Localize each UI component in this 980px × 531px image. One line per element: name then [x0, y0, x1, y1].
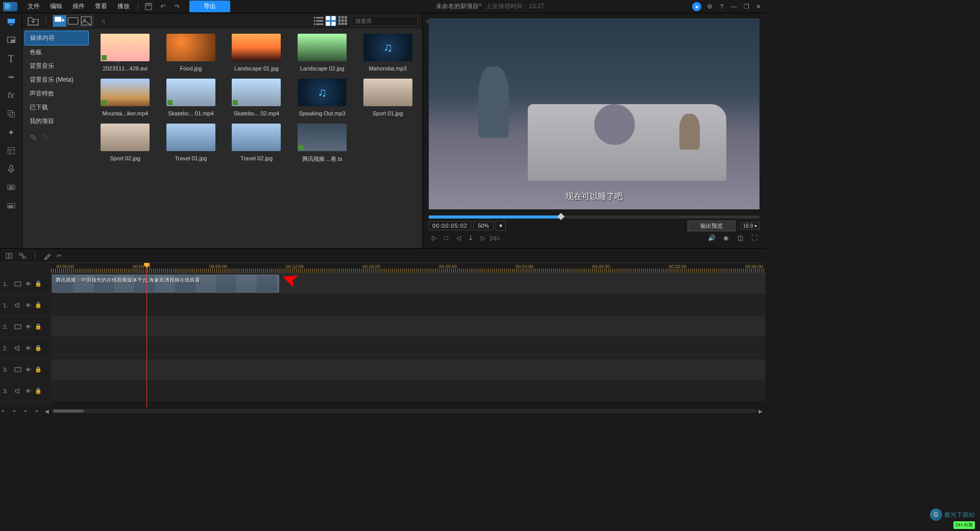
timeline-track[interactable] [51, 359, 766, 380]
template-icon[interactable] [6, 145, 17, 156]
next-frame-icon[interactable]: ▷ [478, 233, 488, 243]
media-thumbnail[interactable]: Mountai...iker.mp4 [98, 79, 153, 116]
timeline-tracks[interactable]: 00:00:0000:04:0000:08:0000:12:0000:16:00… [51, 263, 766, 407]
zoom-select[interactable]: 50% [473, 221, 494, 230]
menu-plugin[interactable]: 插件 [67, 2, 90, 11]
zoom-dropdown-icon[interactable]: ▾ [496, 221, 506, 231]
menu-view[interactable]: 查看 [90, 2, 112, 11]
scroll-right-icon[interactable]: ▶ [758, 408, 764, 414]
track-visibility-icon[interactable]: 👁 [24, 388, 32, 395]
timeline-track[interactable] [51, 337, 766, 359]
overlay-icon[interactable] [6, 108, 17, 119]
cut-tool-icon[interactable]: ✂ [57, 252, 62, 259]
close-icon[interactable]: ✕ [754, 3, 763, 11]
filter-image-icon[interactable] [80, 15, 93, 27]
timeline-track[interactable]: 腾讯视频：中国领先的在线视频媒体平台,海量高清视频在线观看 [51, 273, 766, 295]
track-lock-icon[interactable]: 🔒 [35, 302, 42, 309]
track-lock-icon[interactable]: 🔒 [35, 366, 42, 373]
grid-view-icon[interactable] [325, 16, 336, 26]
media-thumbnail[interactable]: Skatebo... 01.mp4 [164, 79, 218, 116]
track-visibility-icon[interactable]: 👁 [24, 366, 32, 373]
sidebar-item-my-project[interactable]: 我的项目 [24, 114, 89, 128]
track-visibility-icon[interactable]: 👁 [24, 323, 32, 330]
media-thumbnail[interactable]: Sport 02.jpg [98, 124, 153, 163]
counter-icon[interactable]: 123 [6, 200, 17, 211]
track-visibility-icon[interactable]: 👁 [24, 302, 32, 309]
volume-icon[interactable]: 🔊 [706, 233, 717, 243]
timeline-clip[interactable]: 腾讯视频：中国领先的在线视频媒体平台,海量高清视频在线观看 [52, 275, 279, 293]
media-thumbnail[interactable]: Mahoroba.mp3 [360, 34, 415, 71]
filter-audio-icon[interactable]: ♫ [96, 15, 110, 27]
brush-tool-icon[interactable] [43, 252, 52, 260]
menu-file[interactable]: 文件 [22, 2, 45, 11]
maximize-icon[interactable]: ❐ [742, 3, 750, 11]
media-thumbnail[interactable]: Landscape 02.jpg [295, 34, 350, 71]
menu-play[interactable]: 播放 [112, 2, 135, 11]
transition-icon[interactable] [6, 71, 17, 83]
track-lock-icon[interactable]: 🔒 [35, 345, 42, 352]
media-thumbnail[interactable]: Food.jpg [164, 34, 218, 71]
media-thumbnail[interactable]: 腾讯视频 ...着.ts [295, 124, 350, 163]
save-icon[interactable] [144, 3, 153, 11]
media-thumbnail[interactable]: Skatebo... 02.mp4 [229, 79, 284, 116]
dual-view-icon[interactable]: ◫ [735, 233, 745, 243]
track-visibility-icon[interactable]: 👁 [24, 345, 32, 352]
caption-icon[interactable]: CC [6, 182, 17, 193]
link-tool-icon[interactable] [18, 252, 27, 260]
text-icon[interactable]: T [6, 53, 17, 64]
track-lock-icon[interactable]: 🔒 [35, 280, 42, 287]
scrubber-handle-icon[interactable] [557, 213, 565, 220]
snapshot-icon[interactable]: ◉ [721, 233, 731, 243]
aspect-ratio-select[interactable]: 16:9 ▾ [741, 222, 760, 230]
preview-viewport[interactable]: 现在可以睡了吧 [429, 18, 760, 209]
playhead[interactable] [146, 263, 147, 407]
preview-scrubber[interactable] [429, 215, 760, 219]
redo-icon[interactable]: ↷ [173, 3, 181, 11]
fullscreen-icon[interactable]: ⛶ [749, 233, 760, 243]
media-thumbnail[interactable]: Travel 01.jpg [164, 124, 218, 163]
scrollbar-thumb[interactable] [53, 409, 84, 413]
eraser-tool-icon[interactable]: ✎ [42, 132, 50, 143]
list-view-icon[interactable] [313, 16, 324, 26]
sidebar-item-bgm-meta[interactable]: 背景音乐 (Meta) [24, 73, 89, 87]
particle-icon[interactable]: ✦ [6, 127, 17, 138]
import-icon[interactable] [27, 15, 40, 27]
sidebar-item-bgm[interactable]: 背景音乐 [24, 59, 89, 73]
timeline-track[interactable] [51, 295, 766, 316]
sidebar-item-downloaded[interactable]: 已下载 [24, 101, 89, 114]
zoom-slider[interactable] [2, 410, 38, 412]
timeline-track[interactable] [51, 380, 766, 402]
filter-video-icon[interactable] [66, 15, 80, 27]
sidebar-item-sfx[interactable]: 声音特效 [24, 87, 89, 101]
help-icon[interactable]: ? [718, 3, 726, 11]
scrollbar-track[interactable] [52, 409, 756, 413]
media-thumbnail[interactable]: 2023111...428.avi [98, 34, 153, 71]
scroll-left-icon[interactable]: ◀ [45, 408, 50, 414]
minimize-icon[interactable]: — [730, 3, 738, 11]
media-thumbnail[interactable]: Speaking Out.mp3 [295, 79, 350, 116]
filter-all-icon[interactable] [53, 15, 66, 27]
media-tab-icon[interactable] [6, 16, 17, 28]
menu-edit[interactable]: 编辑 [45, 2, 67, 11]
marker-icon[interactable]: ⤓ [465, 233, 476, 243]
select-tool-icon[interactable] [5, 252, 13, 260]
timeline-ruler[interactable]: 00:00:0000:04:0000:08:0000:12:0000:16:00… [51, 263, 766, 273]
settings-icon[interactable]: ⚙ [705, 3, 714, 11]
media-thumbnail[interactable]: Travel 02.jpg [229, 124, 284, 163]
track-lock-icon[interactable]: 🔒 [35, 323, 42, 330]
media-thumbnail[interactable]: Sport 01.jpg [360, 79, 415, 116]
sidebar-item-color-board[interactable]: 色板 [24, 45, 89, 59]
prev-frame-icon[interactable]: ◁ [453, 233, 463, 243]
small-grid-icon[interactable] [337, 16, 349, 26]
undo-icon[interactable]: ↶ [159, 3, 167, 11]
export-button[interactable]: 导出 [189, 1, 230, 12]
media-thumbnail[interactable]: Landscape 01.jpg [229, 34, 284, 71]
mic-icon[interactable] [6, 163, 17, 175]
track-visibility-icon[interactable]: 👁 [24, 280, 32, 287]
output-preview-button[interactable]: 输出预览 [688, 221, 736, 231]
effects-icon[interactable]: fx [6, 90, 17, 101]
stop-icon[interactable]: □ [441, 233, 451, 243]
pip-icon[interactable] [6, 35, 17, 46]
timecode-display[interactable]: 00:00:05:02 [429, 221, 471, 230]
account-icon[interactable]: ● [692, 2, 701, 11]
